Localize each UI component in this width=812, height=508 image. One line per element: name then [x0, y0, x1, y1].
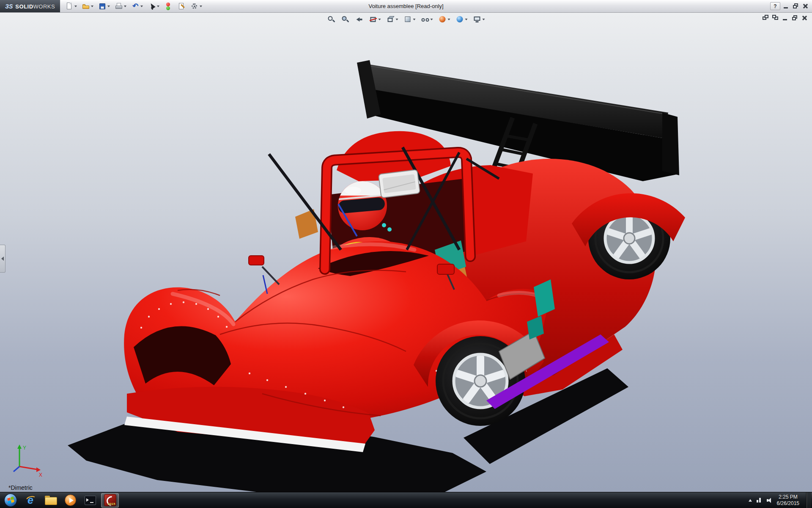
zoom-to-fit-icon — [327, 15, 336, 24]
brand-works: WORKS — [33, 3, 55, 10]
graphics-viewport[interactable]: Y X *Dimetric — [0, 13, 812, 492]
main-toolbar: ↶ — [63, 1, 204, 12]
select-button[interactable] — [146, 1, 161, 12]
view-cube-icon — [387, 15, 395, 24]
dropdown-caret-icon — [448, 19, 450, 20]
next-window-button[interactable] — [771, 14, 779, 22]
rebuild-button[interactable] — [162, 1, 174, 12]
minimize-window-button[interactable] — [782, 3, 790, 10]
hide-show-items-button[interactable] — [420, 14, 434, 25]
section-view-button[interactable] — [368, 14, 382, 25]
dropdown-caret-icon — [431, 19, 433, 20]
model-scene[interactable]: Y X — [0, 13, 812, 492]
dropdown-caret-icon — [465, 19, 468, 20]
restore-document-button[interactable] — [791, 14, 799, 22]
undo-arrow-icon: ↶ — [131, 2, 140, 11]
taskbar-item-windows-explorer[interactable] — [41, 493, 59, 508]
scene-globe-icon — [456, 15, 464, 24]
edit-appearance-button[interactable] — [437, 14, 452, 25]
triad-y-label: Y — [23, 445, 26, 451]
dropdown-caret-icon — [124, 6, 126, 7]
network-icon[interactable] — [756, 497, 763, 503]
solidworks-app-icon: 2015 — [104, 494, 116, 506]
save-button[interactable] — [96, 1, 112, 12]
new-document-button[interactable] — [63, 1, 79, 12]
view-settings-button[interactable] — [472, 14, 486, 25]
feature-manager-collapse-tab[interactable] — [0, 245, 5, 273]
previous-view-icon — [355, 15, 364, 24]
view-settings-icon — [473, 15, 482, 24]
zoom-to-area-icon — [341, 15, 350, 24]
close-window-button[interactable] — [801, 3, 809, 10]
hidden-icons-chevron-icon[interactable] — [749, 499, 752, 502]
document-window-controls — [762, 14, 809, 22]
taskbar-item-internet-explorer[interactable]: e — [22, 493, 39, 508]
save-floppy-icon — [98, 2, 107, 11]
taskbar-item-solidworks[interactable]: 2015 — [101, 493, 119, 508]
previous-window-button[interactable] — [762, 14, 770, 22]
undo-button[interactable]: ↶ — [129, 1, 145, 12]
dropdown-caret-icon — [413, 19, 416, 20]
view-orientation-button[interactable] — [385, 14, 400, 25]
minimize-document-button[interactable] — [781, 14, 789, 22]
orientation-triad: Y X — [14, 444, 42, 478]
dropdown-caret-icon — [483, 19, 485, 20]
solidworks-window: ЗS SOLIDWORKS ↶ Voiture assemblee [Read-… — [0, 0, 812, 508]
windows-taskbar: e 2015 2:25 PM 6/26/2015 — [0, 492, 812, 508]
ds-logo-icon: ЗS — [5, 3, 13, 10]
zoom-to-fit-button[interactable] — [326, 14, 337, 25]
internet-explorer-icon: e — [25, 494, 36, 506]
help-button[interactable]: ? — [770, 2, 780, 10]
section-view-icon — [369, 15, 378, 24]
maximize-window-button[interactable] — [792, 3, 800, 10]
media-player-icon — [65, 494, 76, 506]
triad-x-label: X — [39, 472, 42, 478]
clock-time: 2:25 PM — [777, 494, 799, 500]
taskbar-item-media-player[interactable] — [61, 493, 79, 508]
select-cursor-icon — [148, 2, 156, 11]
apply-scene-button[interactable] — [455, 14, 469, 25]
taskbar-clock[interactable]: 2:25 PM 6/26/2015 — [777, 494, 799, 507]
display-style-button[interactable] — [403, 14, 417, 25]
titlebar: ЗS SOLIDWORKS ↶ Voiture assemblee [Read-… — [0, 0, 812, 13]
dropdown-caret-icon — [396, 19, 398, 20]
show-desktop-button[interactable] — [806, 492, 811, 508]
open-folder-icon — [82, 2, 90, 11]
window-controls: ? — [770, 2, 812, 10]
command-prompt-icon — [85, 496, 96, 505]
dropdown-caret-icon — [157, 6, 159, 7]
dropdown-caret-icon — [91, 6, 93, 7]
solidworks-logo: ЗS SOLIDWORKS — [0, 0, 60, 12]
options-button[interactable] — [189, 1, 204, 12]
dropdown-caret-icon — [107, 6, 110, 7]
rebuild-traffic-light-icon — [164, 2, 173, 11]
close-document-button[interactable] — [801, 14, 809, 22]
appearance-ball-icon — [439, 15, 447, 24]
clock-date: 6/26/2015 — [777, 500, 799, 507]
display-style-icon — [404, 15, 412, 24]
print-button[interactable] — [113, 1, 128, 12]
windows-start-orb-icon — [4, 494, 17, 507]
heads-up-view-toolbar — [326, 14, 486, 25]
solidworks-version-badge: 2015 — [108, 502, 115, 506]
windows-flag-icon — [7, 497, 14, 504]
zoom-to-area-button[interactable] — [340, 14, 351, 25]
brand-solid: SOLID — [15, 3, 33, 10]
dropdown-caret-icon — [379, 19, 381, 20]
printer-icon — [115, 2, 123, 11]
file-properties-button[interactable] — [176, 1, 187, 12]
system-tray: 2:25 PM 6/26/2015 — [749, 492, 812, 508]
taskbar-item-command-prompt[interactable] — [81, 493, 99, 508]
new-document-icon — [65, 2, 74, 11]
folder-icon — [45, 496, 56, 505]
dropdown-caret-icon — [200, 6, 202, 7]
start-button[interactable] — [2, 493, 19, 508]
glasses-icon — [421, 15, 430, 24]
file-properties-icon — [177, 2, 186, 11]
open-document-button[interactable] — [80, 1, 95, 12]
previous-view-button[interactable] — [354, 14, 365, 25]
windscreen[interactable] — [379, 170, 420, 198]
options-gear-icon — [190, 2, 199, 11]
window-title: Voiture assemblee [Read-only] — [368, 3, 443, 9]
volume-icon[interactable] — [767, 497, 773, 503]
